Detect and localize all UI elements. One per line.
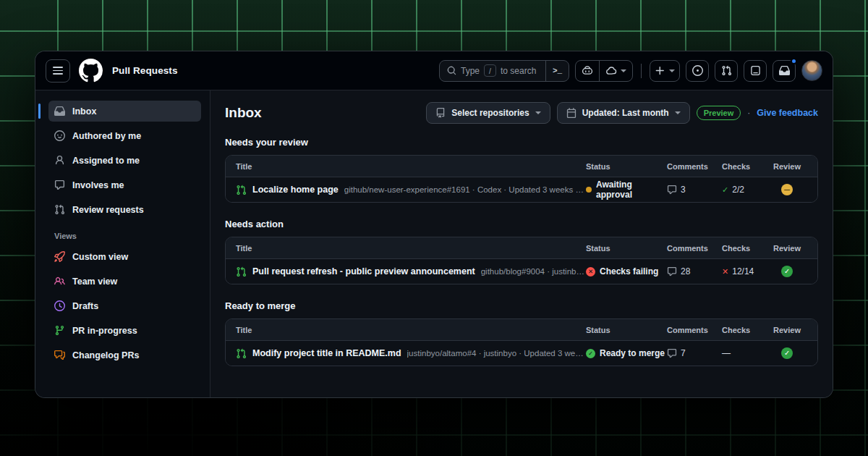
- plus-icon: [655, 65, 665, 76]
- page: Pull Requests Type / to search >_: [0, 0, 868, 456]
- issues-button[interactable]: [686, 60, 709, 82]
- checks-icon: [722, 268, 728, 276]
- updated-filter-label: Updated: Last month: [582, 108, 669, 118]
- column-checks: Checks: [722, 244, 767, 253]
- sidebar-item-involves-me[interactable]: Involves me: [48, 174, 201, 195]
- pr-title: Localize home page: [252, 185, 339, 195]
- checks-label: —: [722, 348, 731, 358]
- search-icon: [447, 66, 456, 75]
- sidebar-item-changelog-prs[interactable]: Changelog PRs: [48, 345, 201, 366]
- column-status: Status: [586, 244, 667, 253]
- checks-label: 12/14: [732, 266, 754, 276]
- sidebar-item-custom-view[interactable]: Custom view: [48, 246, 201, 267]
- sidebar-item-label: Team view: [72, 276, 117, 287]
- pull-requests-button[interactable]: [715, 60, 738, 82]
- status-icon: [586, 187, 592, 193]
- column-checks: Checks: [722, 162, 767, 171]
- github-logo-icon[interactable]: [79, 59, 103, 83]
- comment-discussion-icon: [54, 350, 66, 361]
- pr-meta: github/blog#9004 · justinbyo · Updated 2…: [481, 267, 586, 276]
- pr-comments-cell: 28: [667, 266, 722, 276]
- user-avatar[interactable]: [801, 60, 822, 81]
- chevron-down-icon: [535, 111, 541, 114]
- sidebar-item-team-view[interactable]: Team view: [48, 271, 201, 292]
- inbox-button[interactable]: [773, 60, 796, 82]
- app-header: Pull Requests Type / to search >_: [35, 51, 833, 90]
- column-checks: Checks: [722, 326, 767, 334]
- separator-dot: ·: [747, 108, 750, 118]
- git-pull-request-icon: [54, 204, 66, 216]
- pr-meta: github/new-user-experience#1691 · Codex …: [344, 185, 586, 194]
- create-new-button[interactable]: [650, 60, 680, 82]
- select-repositories-button[interactable]: Select repositories: [426, 102, 550, 124]
- pr-row[interactable]: Modify project title in README.md justin…: [226, 341, 817, 366]
- sidebar-item-label: Inbox: [72, 106, 96, 117]
- sidebar-item-review-requests[interactable]: Review requests: [48, 199, 201, 220]
- sidebar-item-label: PR in-progress: [72, 326, 137, 336]
- pr-comments-cell: 7: [667, 348, 722, 358]
- status-icon: [586, 349, 595, 358]
- pr-table: Title Status Comments Checks Review: [225, 237, 818, 284]
- command-palette-icon[interactable]: >_: [545, 61, 569, 81]
- main-content: Inbox Select repositories: [210, 90, 833, 397]
- sidebar-item-authored-by-me[interactable]: Authored by me: [48, 125, 201, 146]
- header-divider: [641, 64, 642, 78]
- column-title: Title: [236, 244, 586, 253]
- notification-dot: [791, 58, 797, 64]
- column-title: Title: [236, 162, 586, 171]
- comment-icon: [667, 266, 677, 276]
- column-review: Review: [767, 162, 807, 171]
- updated-filter-button[interactable]: Updated: Last month: [557, 102, 690, 124]
- copilot-dropdown-button[interactable]: [599, 61, 632, 81]
- pr-status-cell: Ready to merge: [586, 348, 667, 358]
- section-needs-action: Needs action Title Status Comments Check…: [225, 219, 818, 284]
- app-title: Pull Requests: [112, 65, 178, 76]
- search-input[interactable]: Type / to search >_: [439, 60, 569, 82]
- git-pull-request-icon: [721, 65, 732, 76]
- projects-button[interactable]: [744, 60, 767, 82]
- sidebar-item-label: Custom view: [72, 252, 128, 262]
- section-needs-your-review: Needs your review Title Status Comments …: [225, 137, 818, 203]
- views-section-label: Views: [54, 232, 201, 240]
- comment-icon: [54, 180, 66, 191]
- pr-review-cell: [767, 266, 807, 277]
- column-comments: Comments: [667, 162, 722, 171]
- select-repositories-label: Select repositories: [451, 108, 529, 118]
- sidebar-item-drafts[interactable]: Drafts: [48, 295, 201, 316]
- checks-label: 2/2: [732, 185, 744, 195]
- sidebar-item-label: Review requests: [72, 205, 144, 215]
- pr-row[interactable]: Pull request refresh - public preview an…: [226, 259, 817, 284]
- pr-status-cell: Awaiting approval: [586, 180, 667, 200]
- comment-icon: [667, 185, 677, 195]
- people-icon: [54, 276, 66, 287]
- checks-icon: [722, 186, 728, 194]
- column-review: Review: [767, 244, 807, 253]
- inbox-icon: [54, 106, 66, 117]
- pr-row[interactable]: Localize home page github/new-user-exper…: [226, 177, 817, 202]
- copilot-button-group: [575, 60, 633, 82]
- column-title: Title: [236, 326, 586, 334]
- pr-title: Modify project title in README.md: [252, 348, 401, 358]
- app-window: Pull Requests Type / to search >_: [35, 51, 833, 398]
- chevron-down-icon: [621, 69, 626, 72]
- give-feedback-link[interactable]: Give feedback: [757, 108, 818, 118]
- sidebar-item-pr-in-progress[interactable]: PR in-progress: [48, 320, 201, 341]
- review-status-icon: [781, 347, 793, 359]
- pr-title-cell: Modify project title in README.md justin…: [236, 348, 586, 359]
- pr-title: Pull request refresh - public preview an…: [252, 266, 475, 276]
- column-comments: Comments: [667, 244, 722, 253]
- sidebar: Inbox Authored by me Assigned to me: [35, 90, 210, 397]
- section-heading: Needs action: [225, 219, 818, 229]
- pr-table: Title Status Comments Checks Review: [225, 155, 818, 203]
- main-header: Inbox Select repositories: [225, 102, 818, 124]
- hamburger-menu-button[interactable]: [46, 59, 70, 83]
- sidebar-item-inbox[interactable]: Inbox: [48, 101, 201, 122]
- comments-count: 28: [681, 266, 690, 276]
- status-label: Awaiting approval: [596, 180, 667, 200]
- copilot-button[interactable]: [576, 61, 599, 81]
- sidebar-item-assigned-to-me[interactable]: Assigned to me: [48, 150, 201, 171]
- status-label: Checks failing: [600, 266, 658, 276]
- column-status: Status: [586, 162, 667, 171]
- main-toolbar: Select repositories Updated: Last month …: [426, 102, 818, 124]
- slash-key-icon: /: [484, 64, 496, 77]
